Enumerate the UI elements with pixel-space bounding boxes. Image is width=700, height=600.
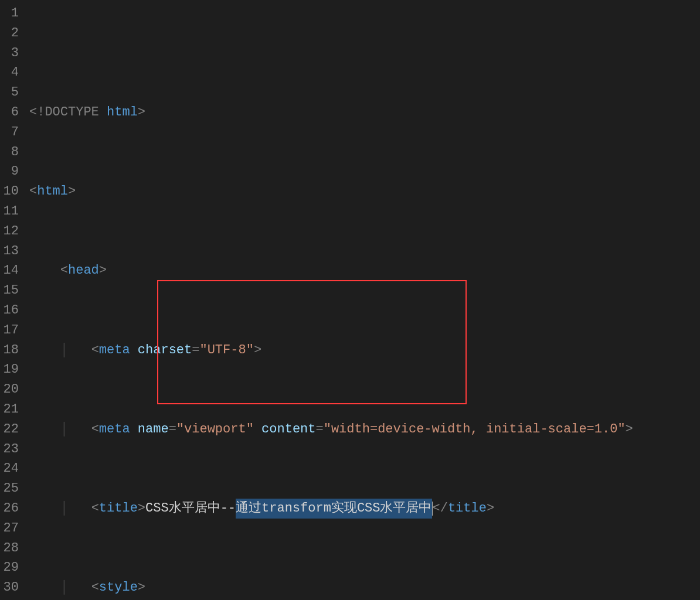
code-area[interactable]: <!DOCTYPE html> <html> <head> │ <meta ch… [29,0,700,600]
line-number: 12 [0,221,19,241]
code-line[interactable]: <!DOCTYPE html> [29,103,700,122]
line-number: 20 [0,380,19,400]
code-line[interactable]: │ <meta charset="UTF-8"> [29,340,700,360]
title-text-selected: 通过transform实现CSS水平居中 [236,499,431,519]
code-line[interactable]: │ <style> [29,578,700,598]
line-number: 19 [0,360,19,380]
line-number: 7 [0,122,19,142]
code-editor: 1 2 3 4 5 6 7 8 9 10 11 12 13 14 15 16 1… [0,0,700,600]
line-numbers-gutter: 1 2 3 4 5 6 7 8 9 10 11 12 13 14 15 16 1… [0,0,29,600]
line-number: 18 [0,340,19,360]
code-line[interactable]: <head> [29,261,700,281]
line-number: 22 [0,420,19,439]
line-number: 17 [0,321,19,340]
line-number: 27 [0,519,19,538]
code-line[interactable]: │ <title>CSS水平居中--通过transform实现CSS水平居中</… [29,499,700,519]
code-line[interactable]: │ <meta name="viewport" content="width=d… [29,420,700,439]
line-number: 23 [0,439,19,459]
code-line[interactable]: <html> [29,182,700,202]
line-number: 28 [0,538,19,558]
line-number: 11 [0,202,19,221]
line-number: 4 [0,63,19,83]
line-number: 3 [0,43,19,63]
doctype-close: > [138,103,145,122]
line-number: 26 [0,499,19,519]
line-number: 13 [0,241,19,261]
line-number: 14 [0,261,19,281]
line-number: 29 [0,558,19,578]
line-number: 30 [0,578,19,598]
line-number: 21 [0,400,19,420]
line-number: 8 [0,142,19,162]
line-number: 6 [0,103,19,122]
line-number: 10 [0,182,19,202]
line-number: 15 [0,281,19,301]
line-number: 1 [0,4,19,23]
line-number: 2 [0,23,19,43]
line-number: 16 [0,301,19,321]
line-number: 9 [0,162,19,182]
line-number: 25 [0,479,19,499]
doctype-kw: html [107,103,138,122]
line-number: 5 [0,83,19,103]
title-text-plain: CSS水平居中-- [145,499,236,519]
doctype-open: <!DOCTYPE [29,103,99,122]
line-number: 24 [0,459,19,479]
